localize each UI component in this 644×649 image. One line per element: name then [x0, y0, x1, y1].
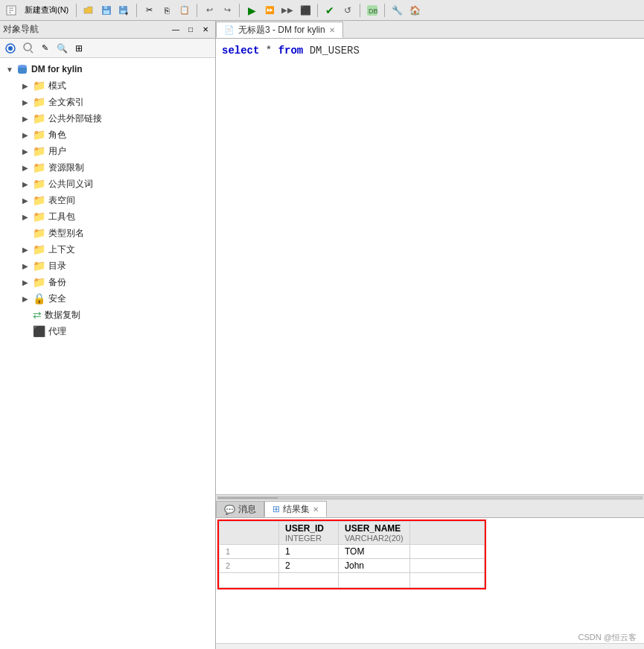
row-num-1: 1: [220, 545, 279, 559]
results-header-row: USER_ID INTEGER USER_NAME VARCHAR2(20): [220, 522, 485, 545]
copy-button[interactable]: ⎘: [159, 2, 175, 19]
tree-item-user[interactable]: ▶ 📁 用户: [16, 143, 215, 159]
results-container: USER_ID INTEGER USER_NAME VARCHAR2(20): [216, 518, 644, 643]
paste-button[interactable]: 📋: [176, 2, 193, 19]
tree-item-external-link[interactable]: ▶ 📁 公共外部链接: [16, 110, 215, 127]
directory-label: 目录: [48, 260, 66, 272]
tree-refresh-button[interactable]: [3, 41, 18, 56]
cell-extra-2: [409, 559, 484, 573]
cell-user-id-2[interactable]: 2: [279, 559, 339, 573]
tree-item-security[interactable]: ▶ 🔒 安全: [16, 290, 215, 307]
save-as-button[interactable]: ▾: [116, 2, 133, 19]
fulltext-label: 全文索引: [48, 96, 84, 109]
tablespace-toggle: ▶: [22, 196, 33, 205]
toolkit-toggle: ▶: [22, 213, 33, 221]
col-header-user-id: USER_ID INTEGER: [279, 522, 339, 545]
h-divider[interactable]: [216, 494, 644, 500]
tree-expand-button[interactable]: ⊞: [71, 41, 86, 56]
bottom-scroll[interactable]: [216, 643, 644, 649]
extlink-folder-icon: 📁: [33, 112, 45, 124]
new-query-label[interactable]: 新建查询(N): [21, 2, 72, 19]
schema-button[interactable]: DB: [364, 2, 380, 19]
stop-button[interactable]: ⬛: [297, 2, 313, 19]
run-button[interactable]: ▶: [243, 2, 260, 19]
fulltext-toggle: ▶: [22, 98, 33, 106]
tree-item-context[interactable]: ▶ 📁 上下文: [16, 241, 215, 258]
panel-toolbar: ✎ 🔍 ⊞: [0, 39, 215, 58]
right-panel: 📄 无标题3 - DM for kylin ✕ select * from DM…: [216, 21, 644, 649]
svg-rect-6: [103, 10, 109, 14]
typealias-folder-icon: 📁: [33, 227, 45, 239]
minimize-button[interactable]: —: [169, 23, 182, 36]
tree-filter-button[interactable]: [20, 41, 35, 56]
tree-item-resource[interactable]: ▶ 📁 资源限制: [16, 159, 215, 176]
open-button[interactable]: [80, 2, 97, 19]
close-panel-button[interactable]: ✕: [199, 23, 212, 36]
new-query-button[interactable]: [3, 2, 19, 19]
tree-item-tablespace[interactable]: ▶ 📁 表空间: [16, 192, 215, 208]
tools-button[interactable]: 🔧: [389, 2, 405, 19]
resource-toggle: ▶: [22, 164, 33, 172]
sep6: [360, 4, 360, 17]
tab-close-button[interactable]: ✕: [329, 26, 335, 34]
backup-label: 备份: [48, 276, 66, 289]
synonym-label: 公共同义词: [48, 178, 93, 191]
bottom-panel: 💬 消息 ⊞ 结果集 ✕ USER_ID: [216, 500, 644, 649]
sql-from-keyword: from: [278, 45, 304, 57]
col-type-user-name: VARCHAR2(20): [345, 534, 404, 543]
redo-button[interactable]: ↪: [219, 2, 235, 19]
tree-edit-button[interactable]: ✎: [37, 41, 52, 56]
tree-item-role[interactable]: ▶ 📁 角色: [16, 127, 215, 143]
tree-container: ▼ DM for kylin ▶ 📁 模式 ▶ 📁 全文索引: [0, 58, 215, 649]
panel-header: 对象导航 — □ ✕: [0, 21, 215, 39]
tree-search-button[interactable]: 🔍: [54, 41, 69, 56]
run-selected-button[interactable]: ▶▶: [279, 2, 296, 19]
results-tab[interactable]: ⊞ 结果集 ✕: [264, 501, 327, 517]
context-label: 上下文: [48, 243, 75, 256]
run-plan-button[interactable]: ⏩: [261, 2, 278, 19]
extlink-label: 公共外部链接: [48, 112, 102, 125]
cell-user-name-2[interactable]: John: [339, 559, 410, 573]
home-button[interactable]: 🏠: [407, 2, 423, 19]
undo-button[interactable]: ↩: [201, 2, 217, 19]
cell-user-name-1[interactable]: TOM: [339, 545, 410, 559]
tree-item-synonym[interactable]: ▶ 📁 公共同义词: [16, 176, 215, 192]
message-tab[interactable]: 💬 消息: [216, 501, 264, 517]
tree-item-directory[interactable]: ▶ 📁 目录: [16, 258, 215, 274]
sep2: [136, 4, 137, 17]
user-folder-icon: 📁: [33, 145, 45, 157]
sql-editor[interactable]: select * from DM_USERS: [216, 39, 644, 494]
synonym-toggle: ▶: [22, 180, 33, 188]
sql-star: *: [259, 45, 278, 57]
cell-user-id-1[interactable]: 1: [279, 545, 339, 559]
results-tab-label: 结果集: [283, 503, 310, 516]
save-button[interactable]: [98, 2, 115, 19]
row-num-empty: [220, 573, 279, 588]
svg-point-15: [24, 43, 31, 51]
directory-toggle: ▶: [22, 262, 33, 270]
results-tab-close[interactable]: ✕: [313, 505, 319, 514]
tree-item-agent[interactable]: ▶ ⬛ 代理: [16, 323, 215, 339]
tree-item-toolkit[interactable]: ▶ 📁 工具包: [16, 208, 215, 225]
tree-item-backup[interactable]: ▶ 📁 备份: [16, 274, 215, 290]
maximize-button[interactable]: □: [184, 23, 197, 36]
tree-item-schema[interactable]: ▶ 📁 模式: [16, 77, 215, 94]
backup-folder-icon: 📁: [33, 276, 45, 288]
svg-text:DB: DB: [369, 7, 378, 15]
col-header-user-name: USER_NAME VARCHAR2(20): [339, 522, 410, 545]
cell-empty-3: [409, 573, 484, 588]
tree-item-fulltext[interactable]: ▶ 📁 全文索引: [16, 94, 215, 110]
sep5: [317, 4, 318, 17]
schema-label: 模式: [48, 80, 66, 92]
tree-item-typealias[interactable]: ▶ 📁 类型别名: [16, 225, 215, 241]
rollback-button[interactable]: ↺: [339, 2, 356, 19]
svg-line-16: [31, 51, 33, 53]
editor-tab[interactable]: 📄 无标题3 - DM for kylin ✕: [216, 22, 343, 38]
role-folder-icon: 📁: [33, 129, 45, 141]
sep7: [384, 4, 385, 17]
tree-item-replication[interactable]: ▶ ⇄ 数据复制: [16, 307, 215, 323]
sql-select-keyword: select: [222, 45, 259, 57]
cut-button[interactable]: ✂: [141, 2, 157, 19]
tree-root[interactable]: ▼ DM for kylin: [0, 61, 215, 77]
commit-button[interactable]: ✔: [322, 2, 338, 19]
